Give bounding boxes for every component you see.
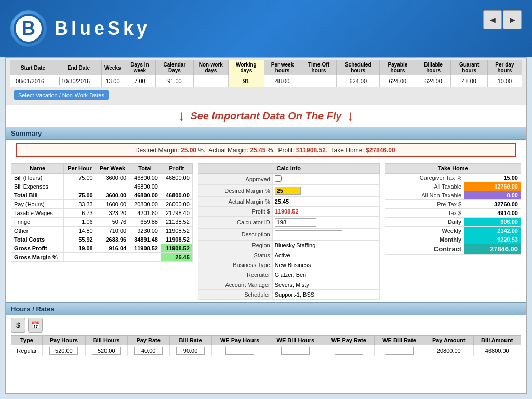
- calc-row-actual-margin: Actual Margin % 25.45: [198, 197, 379, 207]
- bill-hours-input[interactable]: [92, 347, 121, 355]
- calendar-icon: 📅: [31, 321, 40, 329]
- we-bill-rate-input[interactable]: [385, 347, 414, 355]
- calendar-icon-button[interactable]: 📅: [28, 318, 43, 332]
- hours-we-bill-hours-cell[interactable]: [268, 345, 323, 356]
- table-row: Pay (Hours) 33.33 1600.00 20800.00 26000…: [11, 200, 193, 209]
- guarant-hours-cell: 48.00: [451, 75, 487, 87]
- nav-forward-button[interactable]: ▶: [503, 10, 522, 29]
- bill-rate-input[interactable]: [176, 347, 205, 355]
- time-off-hours-cell: [301, 75, 337, 87]
- hours-col-we-pay-hours: WE Pay Hours: [211, 336, 268, 345]
- hours-bill-amount-cell: 46800.00: [473, 345, 521, 356]
- hours-bill-rate-cell[interactable]: [169, 345, 211, 356]
- logo-circle: B: [10, 10, 47, 47]
- col-name: Name: [11, 164, 64, 174]
- start-date-input[interactable]: [14, 77, 52, 85]
- summary-data-table: Name Per Hour Per Week Total Profit Bill…: [11, 163, 193, 262]
- calc-row-description: Description: [198, 229, 379, 241]
- actual-margin-value: 25.45: [275, 198, 289, 205]
- table-row: Other 14.80 710.00 9230.00 11908.52: [11, 227, 193, 235]
- hours-icons: $ 📅: [11, 318, 521, 332]
- calc-row-recruiter: Recruiter Glatzer, Ben: [198, 270, 379, 280]
- pay-rate-input[interactable]: [134, 347, 163, 355]
- table-row-total-bill: Total Bill 75.00 3600.00 46800.00 46800.…: [11, 191, 193, 200]
- take-row-all-non-taxable: All Non-Taxable 0.00: [385, 191, 521, 200]
- take-row-all-taxable: All Taxable 32760.00: [385, 182, 521, 191]
- billable-hours-cell: 624.00: [416, 75, 451, 87]
- summary-label: Summary: [11, 129, 42, 137]
- arrow-right-icon: ↓: [347, 108, 354, 124]
- calc-info-container: Calc Info Approved Desired Margin %: [198, 163, 380, 300]
- hours-pay-rate-cell[interactable]: [127, 345, 169, 356]
- we-bill-hours-input[interactable]: [281, 347, 310, 355]
- end-date-cell[interactable]: [56, 75, 102, 87]
- profit-highlight: $11908.52: [296, 147, 326, 154]
- pay-hours-input[interactable]: [49, 347, 78, 355]
- payable-hours-header: Payable hours: [380, 60, 416, 75]
- dates-table: Start Date End Date Weeks Days in week C…: [10, 60, 522, 87]
- logo-area: B BlueSky: [10, 10, 150, 47]
- billable-hours-header: Billable hours: [416, 60, 451, 75]
- hours-col-bill-amount: Bill Amount: [473, 336, 521, 345]
- col-per-hour: Per Hour: [64, 164, 96, 174]
- hours-col-type: Type: [11, 336, 43, 345]
- per-week-hours-cell: 48.00: [264, 75, 301, 87]
- weeks-header: Weeks: [102, 60, 124, 75]
- we-pay-rate-input[interactable]: [335, 347, 363, 355]
- desired-margin-input[interactable]: [275, 187, 301, 195]
- summary-section-header: Summary: [6, 127, 526, 140]
- summary-highlight: Desired Margin: 25.00 %. Actual Margin: …: [16, 143, 516, 157]
- nav-back-button[interactable]: ◀: [483, 10, 502, 29]
- calc-row-region: Region Bluesky Staffing: [198, 241, 379, 250]
- guarant-hours-header: Guarant hours: [451, 60, 487, 75]
- calc-row-business-type: Business Type New Business: [198, 260, 379, 270]
- hours-we-bill-rate-cell[interactable]: [375, 345, 424, 356]
- calendar-days-header: Calendar Days: [156, 60, 193, 75]
- dollar-icon-button[interactable]: $: [11, 318, 25, 332]
- per-week-hours-header: Per week hours: [264, 60, 301, 75]
- end-date-input[interactable]: [59, 77, 98, 85]
- calc-row-scheduler: Scheduler Support-1, BSS: [198, 290, 379, 300]
- hours-we-pay-hours-cell[interactable]: [211, 345, 268, 356]
- take-row-tax: Tax $ 4914.00: [385, 209, 521, 218]
- hours-we-pay-rate-cell[interactable]: [323, 345, 375, 356]
- non-work-days-header: Non-work days: [193, 60, 229, 75]
- start-date-cell[interactable]: [10, 75, 56, 87]
- scheduled-hours-header: Scheduled hours: [337, 60, 380, 75]
- description-input[interactable]: [275, 230, 342, 238]
- take-row-pre-tax: Pre-Tax $ 32760.00: [385, 200, 521, 209]
- left-summary-table-container: Name Per Hour Per Week Total Profit Bill…: [11, 163, 193, 300]
- summary-tables-area: Name Per Hour Per Week Total Profit Bill…: [6, 161, 526, 302]
- header: B BlueSky ◀ ▶: [0, 0, 532, 57]
- days-in-week-cell: 7.00: [124, 75, 156, 87]
- hours-pay-hours-cell[interactable]: [43, 345, 86, 356]
- calc-info-header: Calc Info: [198, 164, 379, 174]
- hours-col-we-pay-rate: WE Pay Rate: [323, 336, 375, 345]
- calc-row-calculator-id: Calculator ID: [198, 217, 379, 229]
- hours-col-we-bill-rate: WE Bill Rate: [375, 336, 424, 345]
- table-row: Bill (Hours) 75.00 3600.00 46800.00 4680…: [11, 174, 193, 182]
- vacation-button[interactable]: Select Vacation / Non-Work Dates: [14, 90, 109, 100]
- approved-checkbox[interactable]: [275, 175, 282, 182]
- take-row-monthly: Monthly 9220.53: [385, 235, 521, 244]
- hours-type-cell: Regular: [11, 345, 43, 356]
- arrow-message-area: ↓ See Important Data On The Fly ↓: [6, 105, 526, 127]
- calc-row-profit: Profit $ 11908.52: [198, 207, 379, 217]
- take-home-container: Take Home Caregiver Tax % 15.00 All Taxa…: [385, 163, 521, 300]
- hours-col-bill-hours: Bill Hours: [85, 336, 127, 345]
- non-work-days-cell: [193, 75, 229, 87]
- hours-col-pay-rate: Pay Rate: [127, 336, 169, 345]
- date-section: Start Date End Date Weeks Days in week C…: [6, 58, 526, 105]
- hours-label: Hours / Rates: [11, 305, 55, 313]
- weeks-cell: 13.00: [102, 75, 124, 87]
- we-pay-hours-input[interactable]: [225, 347, 254, 355]
- hours-col-we-bill-hours: WE Bill Hours: [268, 336, 323, 345]
- hours-section: $ 📅 Type Pay Hours Bill Hours Pay Rate B…: [6, 315, 526, 359]
- calc-row-status: Status Active: [198, 250, 379, 260]
- hours-bill-hours-cell[interactable]: [85, 345, 127, 356]
- hours-pay-amount-cell: 20800.00: [424, 345, 474, 356]
- calculator-id-input[interactable]: [275, 218, 316, 227]
- working-days-header: Working days: [229, 60, 264, 75]
- calendar-days-cell: 91.00: [156, 75, 193, 87]
- start-date-header: Start Date: [10, 60, 56, 75]
